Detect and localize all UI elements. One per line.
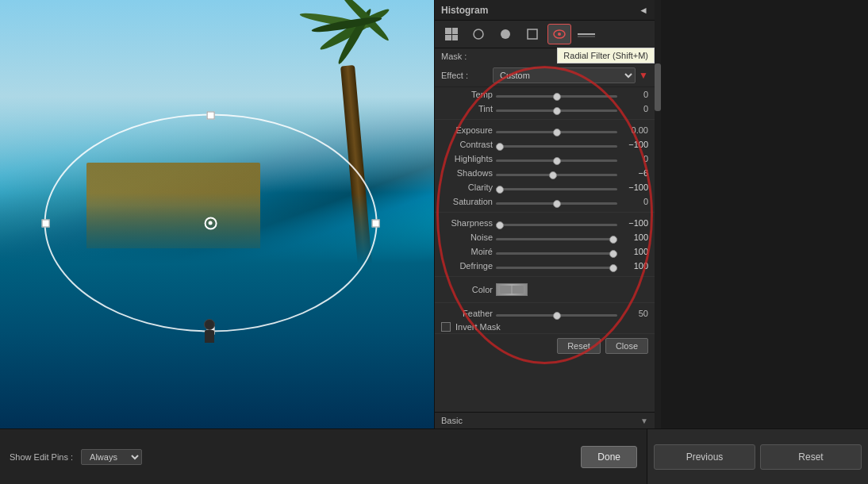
feather-value: 50 [620,309,648,318]
center-handle[interactable] [204,217,217,229]
histogram-title: Histogram [441,5,488,16]
moire-slider[interactable] [496,252,617,255]
noise-track[interactable] [496,232,617,242]
saturation-track[interactable] [496,197,617,206]
reset-button[interactable]: Reset [557,338,601,354]
exposure-label: Exposure [441,125,493,135]
previous-button[interactable]: Previous [654,444,755,470]
moire-track[interactable] [496,247,617,256]
clarity-value: −100 [620,182,648,192]
brush-tool-icon[interactable] [467,24,490,44]
reset-all-button[interactable]: Reset [760,444,862,470]
shadows-slider[interactable] [496,174,617,176]
contrast-slider[interactable] [496,145,617,148]
center-dot [209,221,213,225]
gradient-icon [578,30,595,38]
panel-label-row: Basic ▼ [435,412,655,428]
temp-slider[interactable] [496,95,617,98]
feather-slider-row: Feather 50 [435,306,655,321]
noise-value: 100 [620,232,648,242]
brush-icon [472,28,485,40]
feather-slider[interactable] [496,314,617,317]
temp-label: Temp [441,90,493,99]
radial-tool-icon[interactable] [547,24,571,44]
moire-label: Moiré [441,247,493,256]
moire-value: 100 [620,247,648,256]
shadows-slider-row: Shadows −6 [435,166,655,180]
highlights-slider-row: Highlights 0 [435,152,655,166]
handle-top[interactable] [206,112,214,120]
handle-right[interactable] [371,219,379,227]
radial-filter-ellipse[interactable] [44,114,377,332]
defringe-slider[interactable] [496,267,617,269]
scroll-strip [655,0,661,428]
panel-bottom-controls: Previous Reset [647,429,868,484]
clarity-slider[interactable] [496,188,617,190]
svg-point-0 [474,29,483,39]
defringe-track[interactable] [496,261,617,271]
exposure-slider-row: Exposure 0.00 [435,123,655,137]
invert-mask-checkbox[interactable] [441,322,451,332]
radial-icon [553,28,566,40]
saturation-value: 0 [620,197,648,206]
sharpness-track[interactable] [496,218,617,228]
contrast-label: Contrast [441,140,493,149]
tint-slider-track[interactable] [496,104,617,113]
saturation-slider[interactable] [496,202,617,205]
histogram-header: Histogram ◄ [435,0,655,21]
highlights-slider[interactable] [496,159,617,162]
panel-collapse-icon[interactable]: ▼ [640,417,648,425]
saturation-slider-row: Saturation 0 [435,194,655,209]
moire-slider-row: Moiré 100 [435,244,655,259]
sharpness-label: Sharpness [441,218,493,228]
contrast-slider-row: Contrast −100 [435,137,655,152]
square-tool-icon[interactable] [520,24,544,44]
done-button[interactable]: Done [581,446,637,468]
noise-slider[interactable] [496,238,617,240]
color-swatch[interactable] [496,283,528,296]
panel-scroll-area[interactable]: Effect : Custom Default ▼ Temp 0 [435,64,655,412]
contrast-track[interactable] [496,140,617,149]
tint-slider-row: Tint 0 [435,102,655,116]
divider-3 [435,276,655,277]
histogram-arrow[interactable]: ◄ [639,5,648,16]
highlights-track[interactable] [496,154,617,163]
exposure-slider[interactable] [496,131,617,133]
g3 [445,35,451,41]
defringe-slider-row: Defringe 100 [435,259,655,273]
temp-slider-track[interactable] [496,90,617,99]
effect-label: Effect : [441,71,493,80]
divider-4 [435,302,655,303]
grid-tool-icon[interactable] [440,24,463,44]
handle-left[interactable] [41,219,49,227]
grid-icon [445,28,458,40]
svg-point-4 [558,33,561,36]
divider-2 [435,212,655,213]
exposure-track[interactable] [496,125,617,135]
panel-label: Basic [441,416,463,425]
scroll-thumb[interactable] [655,63,661,111]
action-buttons-row: Reset Close [435,333,655,358]
circle-filled-icon[interactable] [494,24,517,44]
tint-slider[interactable] [496,109,617,112]
right-panel: Histogram ◄ [434,0,868,428]
tint-label: Tint [441,104,493,113]
person-body [205,330,214,343]
gradient-tool-icon[interactable] [574,24,598,44]
edit-pins-select[interactable]: Always Never Selected [81,449,142,465]
temp-slider-row: Temp 0 [435,87,655,102]
sharpness-value: −100 [620,218,648,228]
close-button[interactable]: Close [605,338,648,354]
invert-mask-row: Invert Mask [435,321,655,333]
tooltip-radial: Radial Filter (Shift+M) [557,48,655,63]
clarity-track[interactable] [496,182,617,192]
sharpness-slider-row: Sharpness −100 [435,216,655,230]
feather-track[interactable] [496,309,617,318]
panel-content-area: Histogram ◄ [434,0,655,428]
shadows-track[interactable] [496,168,617,178]
sharpness-slider[interactable] [496,224,617,226]
effect-select[interactable]: Custom Default [493,67,636,83]
clarity-label: Clarity [441,182,493,192]
effect-row: Effect : Custom Default ▼ [435,64,655,87]
bottom-bar: Show Edit Pins : Always Never Selected D… [0,428,868,484]
